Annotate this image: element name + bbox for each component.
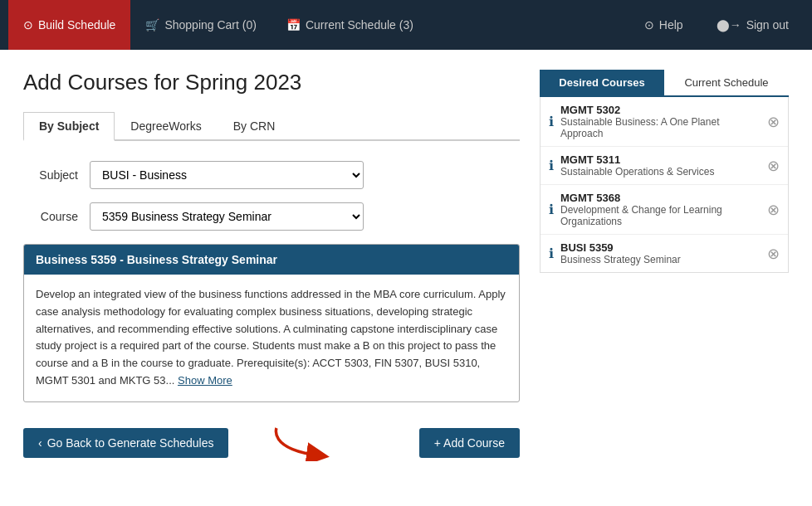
shopping-cart-nav[interactable]: 🛒 Shopping Cart (0) [130, 0, 271, 50]
left-panel: Add Courses for Spring 2023 By Subject D… [23, 70, 520, 464]
page-content: Add Courses for Spring 2023 By Subject D… [0, 50, 812, 484]
show-more-link[interactable]: Show More [178, 374, 232, 387]
list-item: ℹ MGMT 5302 Sustainable Business: A One … [541, 97, 788, 147]
navbar: ⊙ Build Schedule 🛒 Shopping Cart (0) 📅 C… [0, 0, 812, 50]
course-details-1: MGMT 5311 Sustainable Operations & Servi… [560, 153, 761, 178]
list-item: ℹ BUSI 5359 Business Strategy Seminar ⊗ [541, 235, 788, 272]
shopping-cart-icon: 🛒 [145, 18, 159, 32]
remove-button-0[interactable]: ⊗ [767, 113, 780, 131]
build-schedule-label: Build Schedule [38, 18, 115, 32]
course-name-3: Business Strategy Seminar [560, 254, 761, 265]
subject-label: Subject [23, 168, 90, 182]
course-info-body: Develop an integrated view of the busine… [24, 275, 519, 401]
current-schedule-icon: 📅 [286, 18, 301, 32]
course-details-0: MGMT 5302 Sustainable Business: A One Pl… [560, 104, 761, 139]
add-course-label: + Add Course [434, 436, 505, 450]
course-details-3: BUSI 5359 Business Strategy Seminar [560, 241, 761, 265]
help-nav[interactable]: ⊙ Help [629, 0, 698, 50]
sign-out-icon: ⬤→ [717, 18, 741, 32]
sign-out-label: Sign out [746, 18, 789, 32]
remove-button-3[interactable]: ⊗ [767, 245, 780, 263]
subject-row: Subject BUSI - Business [23, 161, 520, 189]
course-name-0: Sustainable Business: A One Planet Appro… [560, 116, 761, 139]
course-info-header: Business 5359 - Business Strategy Semina… [24, 245, 519, 275]
desired-tab-bar: Desired Courses Current Schedule [540, 70, 789, 97]
tab-bar: By Subject DegreeWorks By CRN [23, 112, 520, 141]
course-info-icon-2[interactable]: ℹ [549, 202, 554, 217]
sign-out-nav[interactable]: ⬤→ Sign out [702, 0, 804, 50]
course-code-1: MGMT 5311 [560, 153, 761, 166]
add-course-button[interactable]: + Add Course [419, 428, 520, 458]
nav-right: ⊙ Help ⬤→ Sign out [629, 0, 804, 50]
course-code-3: BUSI 5359 [560, 241, 761, 254]
tab-by-crn[interactable]: By CRN [218, 112, 291, 139]
course-info-icon-0[interactable]: ℹ [549, 114, 554, 129]
course-row: Course 5359 Business Strategy Seminar [23, 202, 520, 231]
course-info-icon-3[interactable]: ℹ [549, 246, 554, 261]
desired-courses-list: ℹ MGMT 5302 Sustainable Business: A One … [540, 97, 789, 273]
build-schedule-icon: ⊙ [23, 18, 33, 32]
back-icon: ‹ [38, 436, 42, 450]
subject-select[interactable]: BUSI - Business [90, 161, 364, 189]
build-schedule-nav[interactable]: ⊙ Build Schedule [8, 0, 130, 50]
course-details-2: MGMT 5368 Development & Change for Learn… [560, 192, 761, 227]
course-label: Course [23, 210, 90, 223]
course-name-1: Sustainable Operations & Services [560, 166, 761, 178]
arrow-area [238, 422, 408, 464]
remove-button-2[interactable]: ⊗ [767, 201, 780, 219]
current-schedule-nav[interactable]: 📅 Current Schedule (3) [271, 0, 428, 50]
course-info-icon-1[interactable]: ℹ [549, 158, 554, 173]
current-schedule-label: Current Schedule (3) [306, 18, 413, 32]
tab-degreeworks[interactable]: DegreeWorks [115, 112, 217, 139]
remove-button-1[interactable]: ⊗ [767, 157, 780, 175]
course-code-2: MGMT 5368 [560, 192, 761, 204]
right-panel: Desired Courses Current Schedule ℹ MGMT … [540, 70, 789, 464]
red-arrow-icon [268, 424, 335, 461]
help-icon: ⊙ [644, 18, 654, 32]
page-title: Add Courses for Spring 2023 [23, 70, 520, 95]
tab-current-schedule[interactable]: Current Schedule [664, 70, 789, 95]
tab-by-subject[interactable]: By Subject [23, 112, 115, 141]
shopping-cart-label: Shopping Cart (0) [164, 18, 257, 32]
back-label: Go Back to Generate Schedules [47, 436, 214, 450]
course-name-2: Development & Change for Learning Organi… [560, 204, 761, 227]
course-description: Develop an integrated view of the busine… [36, 288, 506, 387]
course-select[interactable]: 5359 Business Strategy Seminar [90, 202, 364, 231]
list-item: ℹ MGMT 5311 Sustainable Operations & Ser… [541, 147, 788, 185]
course-code-0: MGMT 5302 [560, 104, 761, 116]
back-button[interactable]: ‹ Go Back to Generate Schedules [23, 428, 228, 458]
help-label: Help [659, 18, 683, 32]
bottom-buttons: ‹ Go Back to Generate Schedules + Add Co… [23, 422, 520, 464]
course-info-box: Business 5359 - Business Strategy Semina… [23, 244, 520, 402]
tab-desired-courses[interactable]: Desired Courses [540, 70, 664, 95]
list-item: ℹ MGMT 5368 Development & Change for Lea… [541, 185, 788, 235]
